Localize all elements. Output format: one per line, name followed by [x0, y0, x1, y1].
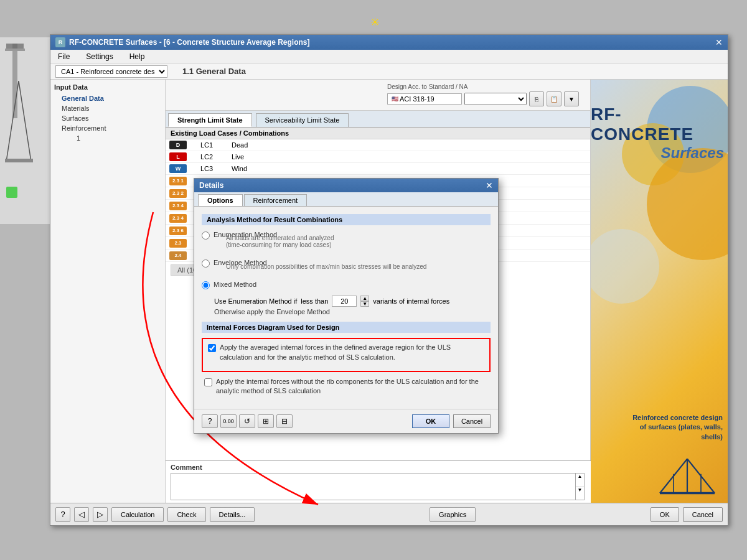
otherwise-text: Otherwise apply the Envelope Method [214, 308, 491, 315]
main-window: R RF-CONCRETE Surfaces - [6 - Concrete S… [50, 34, 728, 526]
svg-rect-5 [6, 187, 17, 198]
dialog-tabs: Options Reinforcement [194, 192, 498, 207]
mixed-method-row: Mixed Method [202, 280, 491, 289]
internal-forces-section-header: Internal Forces Diagram Used for Design [202, 322, 491, 333]
svg-marker-3 [6, 81, 31, 162]
enum-method-sublabel: All loads are enumerated and analyzed(ti… [226, 235, 334, 248]
analysis-section-header: Analysis Method for Result Combinations [202, 214, 491, 225]
svg-rect-2 [5, 49, 25, 51]
envelope-method-sublabel: Only combination possibilities of max/mi… [226, 263, 426, 270]
variants-text: variants of internal forces [373, 297, 449, 305]
less-than-text: less than [301, 297, 328, 305]
dialog-close-button[interactable]: ✕ [486, 180, 493, 190]
dlg-icon-1[interactable]: ? [202, 414, 218, 428]
enum-method-radio[interactable] [202, 231, 210, 240]
dialog-bottom: ? 0.00 ↺ ⊞ ⊟ OK Cancel [194, 409, 498, 433]
checkbox1-container: Apply the averaged internal forces in th… [202, 338, 491, 372]
svg-rect-1 [6, 44, 24, 49]
dialog-content: Analysis Method for Result Combinations … [194, 207, 498, 409]
dlg-icon-5[interactable]: ⊟ [276, 414, 293, 428]
mixed-method-radio[interactable] [202, 281, 210, 289]
dialog-cancel-button[interactable]: Cancel [453, 414, 491, 428]
details-dialog: Details ✕ Options Reinforcement Analysis… [194, 178, 499, 434]
svg-rect-4 [5, 159, 33, 162]
checkbox2-label: Apply the internal forces without the ri… [216, 377, 491, 396]
checkbox1-row: Apply the averaged internal forces in th… [208, 343, 484, 362]
spin-down-btn[interactable]: ▼ [360, 301, 369, 307]
spin-buttons: ▲ ▼ [360, 296, 369, 307]
checkbox2-row: Apply the internal forces without the ri… [202, 377, 491, 396]
dlg-icon-4[interactable]: ⊞ [258, 414, 274, 428]
dlg-icon-3[interactable]: ↺ [239, 414, 255, 428]
checkbox2-input[interactable] [204, 378, 212, 386]
dlg-icon-2[interactable]: 0.00 [220, 414, 237, 428]
mixed-method-label: Mixed Method [214, 280, 256, 289]
dialog-bottom-icons: ? 0.00 ↺ ⊞ ⊟ [202, 414, 293, 428]
dialog-tab-options[interactable]: Options [198, 194, 243, 206]
dialog-title-bar: Details ✕ [194, 179, 498, 192]
envelope-method-radio[interactable] [202, 259, 210, 268]
mixed-method-params: Use Enumeration Method if less than ▲ ▼ … [214, 296, 491, 307]
variants-spinbox[interactable] [332, 296, 357, 307]
dialog-title: Details [199, 181, 223, 190]
envelope-method-row: Envelope Method Only combination possibi… [202, 258, 491, 273]
enum-method-row: Enumeration Method All loads are enumera… [202, 230, 491, 252]
use-enum-text: Use Enumeration Method if [214, 297, 297, 305]
dialog-tab-reinforcement[interactable]: Reinforcement [244, 194, 308, 206]
dialog-ok-button[interactable]: OK [412, 414, 449, 428]
checkbox1-input[interactable] [208, 344, 216, 352]
checkbox1-label: Apply the averaged internal forces in th… [220, 343, 484, 362]
spin-up-btn[interactable]: ▲ [360, 296, 369, 301]
dialog-overlay: Details ✕ Options Reinforcement Analysis… [50, 35, 728, 525]
